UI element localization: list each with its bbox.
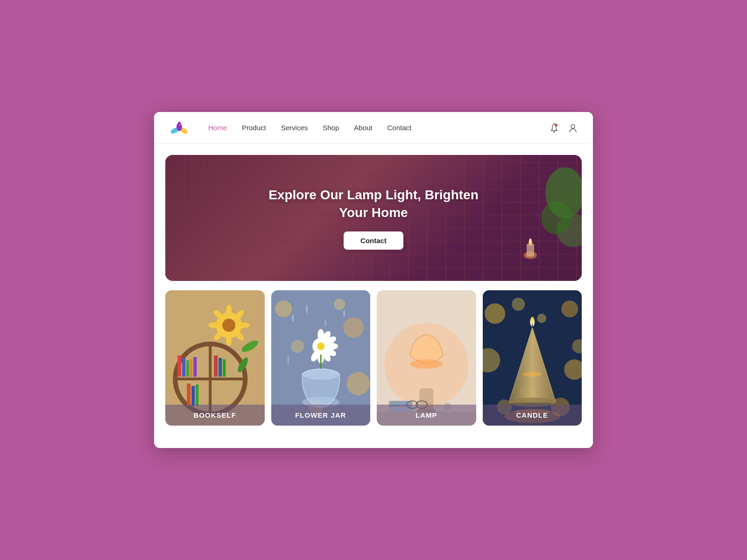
- svg-point-77: [485, 303, 505, 324]
- product-cards: BOOKSELF: [165, 290, 582, 426]
- svg-point-52: [302, 369, 339, 380]
- svg-point-42: [291, 340, 304, 353]
- svg-point-93: [531, 317, 534, 320]
- svg-point-5: [554, 131, 555, 133]
- svg-point-78: [561, 301, 578, 317]
- svg-point-49: [343, 310, 345, 317]
- candle-label: CANDLE: [483, 405, 582, 426]
- svg-rect-21: [214, 356, 218, 377]
- svg-point-31: [238, 322, 249, 328]
- notification-button[interactable]: [549, 123, 559, 133]
- nav-icons: [549, 123, 578, 133]
- bookself-label: BOOKSELF: [165, 405, 265, 426]
- hero-title: Explore Our Lamp Light, Brighten Your Ho…: [268, 186, 479, 222]
- card-candle[interactable]: CANDLE: [483, 290, 582, 426]
- svg-rect-18: [186, 360, 189, 377]
- svg-rect-22: [218, 358, 222, 377]
- candle-glow-icon: [516, 225, 544, 262]
- svg-rect-19: [190, 359, 192, 377]
- logo: [169, 119, 190, 137]
- hero-contact-button[interactable]: Contact: [344, 231, 403, 250]
- svg-rect-25: [191, 386, 195, 406]
- svg-rect-17: [182, 358, 185, 377]
- hero-candle-glow: [516, 225, 544, 262]
- svg-point-40: [275, 301, 292, 317]
- svg-point-48: [324, 319, 326, 327]
- svg-rect-20: [193, 357, 197, 377]
- nav-contact[interactable]: Contact: [388, 124, 412, 132]
- browser-window: Home Product Services Shop About Contact: [154, 112, 593, 448]
- hero-banner: Explore Our Lamp Light, Brighten Your Ho…: [165, 155, 582, 281]
- svg-rect-9: [527, 244, 534, 257]
- bell-icon: [549, 123, 559, 133]
- card-lamp[interactable]: LAMP: [377, 290, 476, 426]
- svg-point-81: [512, 298, 525, 311]
- svg-point-46: [292, 315, 294, 322]
- svg-point-11: [529, 238, 532, 243]
- hero-content: Explore Our Lamp Light, Brighten Your Ho…: [268, 186, 479, 250]
- svg-point-43: [346, 372, 370, 395]
- lamp-label: LAMP: [377, 405, 476, 426]
- card-flower[interactable]: FLOWER JAR: [271, 290, 371, 426]
- nav-home[interactable]: Home: [208, 124, 227, 132]
- svg-point-84: [537, 314, 546, 323]
- svg-point-29: [226, 305, 232, 316]
- svg-rect-24: [187, 384, 190, 406]
- nav-about[interactable]: About: [354, 124, 372, 132]
- svg-point-7: [571, 125, 575, 128]
- svg-point-47: [306, 304, 308, 314]
- svg-point-90: [523, 372, 542, 377]
- nav-product[interactable]: Product: [242, 124, 266, 132]
- svg-point-54: [317, 343, 324, 350]
- user-button[interactable]: [568, 123, 578, 133]
- svg-point-4: [180, 124, 181, 126]
- nav-links: Home Product Services Shop About Contact: [208, 124, 549, 132]
- user-icon: [568, 123, 578, 133]
- svg-rect-26: [196, 385, 198, 406]
- card-bookself[interactable]: BOOKSELF: [165, 290, 265, 426]
- svg-point-68: [410, 359, 443, 369]
- svg-point-45: [334, 299, 345, 310]
- svg-point-6: [555, 124, 557, 126]
- svg-point-33: [226, 335, 232, 346]
- svg-point-28: [222, 319, 235, 332]
- svg-rect-23: [223, 359, 226, 377]
- svg-point-50: [287, 355, 289, 365]
- flower-label: FLOWER JAR: [271, 405, 371, 426]
- logo-icon: [169, 119, 190, 137]
- nav-services[interactable]: Services: [281, 124, 308, 132]
- nav-shop[interactable]: Shop: [323, 124, 339, 132]
- svg-point-35: [208, 322, 219, 328]
- svg-rect-16: [177, 356, 181, 377]
- navbar: Home Product Services Shop About Contact: [154, 112, 593, 144]
- svg-point-41: [343, 317, 364, 338]
- svg-point-3: [178, 122, 181, 125]
